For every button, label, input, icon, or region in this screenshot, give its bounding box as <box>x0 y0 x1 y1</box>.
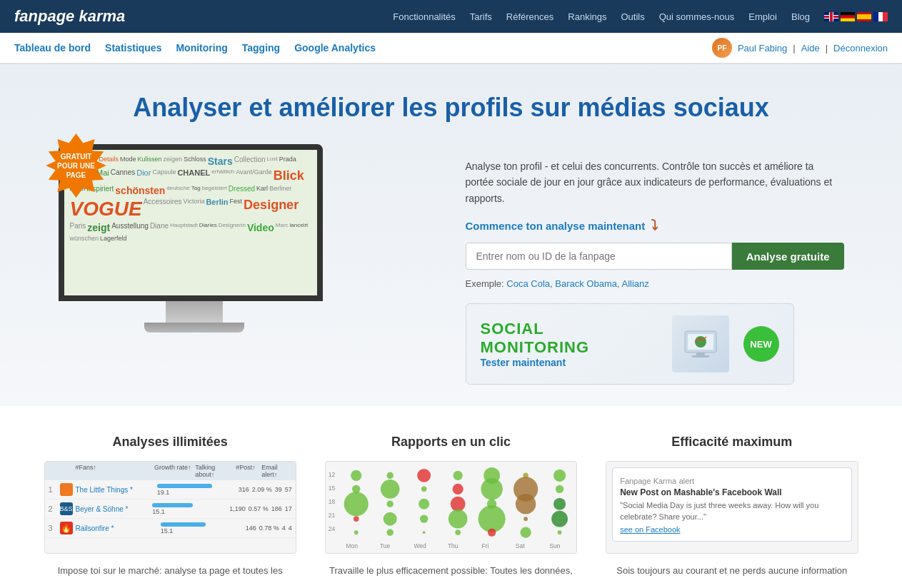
badge-line1: GRATUIT <box>57 152 95 161</box>
svg-point-56 <box>384 512 397 526</box>
svg-point-43 <box>421 487 427 492</box>
monitoring-title: SOCIAL MONITORING <box>481 320 658 357</box>
deconnexion-link[interactable]: Déconnexion <box>833 43 888 54</box>
subnav-monitoring[interactable]: Monitoring <box>176 34 227 62</box>
svg-text:Sun: Sun <box>549 542 560 549</box>
cta-label: Commence ton analyse maintenant ⤵ <box>466 218 844 234</box>
svg-point-54 <box>553 498 566 510</box>
flag-es[interactable] <box>857 12 871 21</box>
feature-analyses-image: #Fans↑ Growth rate↑ Talking about↑ #Post… <box>44 461 296 554</box>
svg-rect-6 <box>841 15 855 18</box>
social-monitoring-banner[interactable]: SOCIAL MONITORING Tester maintenant <box>466 303 794 385</box>
svg-rect-5 <box>841 12 855 15</box>
nav-emploi[interactable]: Emploi <box>748 11 777 22</box>
feature-efficacite-desc: Sois toujours au courant et ne perds auc… <box>616 564 847 578</box>
site-logo[interactable]: fanpage karma <box>14 7 125 26</box>
svg-text:Fri: Fri <box>481 542 488 549</box>
svg-point-58 <box>449 510 468 529</box>
svg-point-47 <box>556 485 563 493</box>
alert-mock: Fanpage Karma alert New Post on Mashable… <box>612 467 851 542</box>
svg-point-51 <box>451 497 466 512</box>
svg-point-67 <box>520 527 531 538</box>
rank-table: #Fans↑ Growth rate↑ Talking about↑ #Post… <box>45 462 296 538</box>
svg-point-48 <box>344 492 368 516</box>
svg-point-63 <box>386 529 393 536</box>
svg-rect-11 <box>873 12 878 21</box>
arrow-icon: ⤵ <box>651 218 658 234</box>
new-badge: NEW <box>743 326 779 362</box>
monitoring-subtitle: Tester maintenant <box>481 357 658 368</box>
feature-rapports-desc: Travaille le plus efficacement possible:… <box>329 564 573 578</box>
nav-blog[interactable]: Blog <box>791 11 810 22</box>
monitor-base <box>144 323 244 333</box>
aide-link[interactable]: Aide <box>801 43 820 54</box>
feature-efficacite: Efficacité maximum Fanpage Karma alert N… <box>606 435 858 578</box>
monitor-caption: Trouve les thèmes qui ont le plus d'impa… <box>64 295 317 301</box>
svg-point-60 <box>523 517 528 521</box>
svg-point-42 <box>381 480 400 499</box>
search-row: Analyse gratuite <box>466 243 844 270</box>
svg-text:18: 18 <box>329 498 336 505</box>
svg-point-34 <box>351 470 361 481</box>
svg-text:Sat: Sat <box>516 542 525 549</box>
nav-qui-sommes-nous[interactable]: Qui sommes-nous <box>659 11 734 22</box>
subnav-google-analytics[interactable]: Google Analytics <box>294 34 376 62</box>
flag-en[interactable] <box>824 12 838 21</box>
bubble-chart: 12 15 18 21 24 Mon Tue Wed Thu Fri Sat S… <box>326 462 576 553</box>
analyse-button[interactable]: Analyse gratuite <box>732 243 844 270</box>
sub-nav-links: Tableau de bord Statistiques Monitoring … <box>14 34 376 62</box>
svg-rect-7 <box>841 18 855 21</box>
user-area: PF Paul Fabing | Aide | Déconnexion <box>712 38 888 58</box>
feature-rapports-title: Rapports en un clic <box>391 435 511 450</box>
flag-de[interactable] <box>841 12 855 21</box>
nav-outils[interactable]: Outils <box>621 11 645 22</box>
hero-section: Analyser et améliorer les profils sur mé… <box>0 64 902 406</box>
svg-rect-10 <box>857 19 871 21</box>
svg-point-62 <box>354 530 359 534</box>
avatar: PF <box>712 38 732 58</box>
feature-efficacite-title: Efficacité maximum <box>671 435 792 450</box>
svg-point-61 <box>551 511 568 527</box>
monitoring-text: SOCIAL MONITORING Tester maintenant <box>481 320 658 368</box>
nav-rankings[interactable]: Rankings <box>568 11 606 22</box>
rank-table-header: #Fans↑ Growth rate↑ Talking about↑ #Post… <box>45 462 296 480</box>
svg-rect-12 <box>878 12 883 21</box>
flag-fr[interactable] <box>873 12 888 21</box>
svg-point-49 <box>386 501 393 507</box>
user-name-link[interactable]: Paul Fabing <box>738 43 787 54</box>
separator: | <box>793 43 795 54</box>
nav-fonctionnalites[interactable]: Fonctionnalités <box>393 11 455 22</box>
subnav-tableau-de-bord[interactable]: Tableau de bord <box>14 34 91 62</box>
examples-label: Exemple: <box>466 278 504 289</box>
subnav-statistiques[interactable]: Statistiques <box>105 34 161 62</box>
alert-link[interactable]: see on Facebook <box>620 525 680 534</box>
subnav-tagging[interactable]: Tagging <box>242 34 280 62</box>
example-coca-cola[interactable]: Coca Cola <box>506 278 550 289</box>
example-barack-obama[interactable]: Barack Obama <box>555 278 617 289</box>
svg-text:Mon: Mon <box>346 542 358 549</box>
svg-text:15: 15 <box>329 485 336 492</box>
svg-point-37 <box>453 471 462 480</box>
svg-text:24: 24 <box>329 525 336 532</box>
monitor-illustration: GRATUIT POUR UNE PAGE Kollektion Details… <box>59 144 330 333</box>
top-navigation: fanpage karma Fonctionnalités Tarifs Réf… <box>0 0 902 33</box>
feature-rapports: Rapports en un clic 12 15 18 21 24 Mon T… <box>325 435 577 578</box>
nav-references[interactable]: Références <box>506 11 553 22</box>
starburst-badge: GRATUIT POUR UNE PAGE <box>44 133 116 205</box>
svg-rect-18 <box>692 355 709 358</box>
example-allianz[interactable]: Allianz <box>621 278 648 289</box>
hero-title: Analyser et améliorer les profils sur mé… <box>133 93 768 123</box>
nav-tarifs[interactable]: Tarifs <box>470 11 492 22</box>
hero-right: Analyse ton profil - et celui des concur… <box>466 144 844 385</box>
alert-brand: Fanpage Karma alert <box>620 475 843 486</box>
svg-text:12: 12 <box>329 471 336 478</box>
features-grid: Analyses illimitées #Fans↑ Growth rate↑ … <box>44 435 858 578</box>
badge-line3: PAGE <box>57 171 95 180</box>
fanpage-search-input[interactable] <box>466 243 732 270</box>
svg-point-68 <box>558 530 562 534</box>
svg-point-66 <box>488 529 496 537</box>
separator2: | <box>826 43 828 54</box>
svg-point-65 <box>455 530 461 536</box>
svg-rect-4 <box>830 12 833 21</box>
feature-analyses-title: Analyses illimitées <box>113 435 228 450</box>
